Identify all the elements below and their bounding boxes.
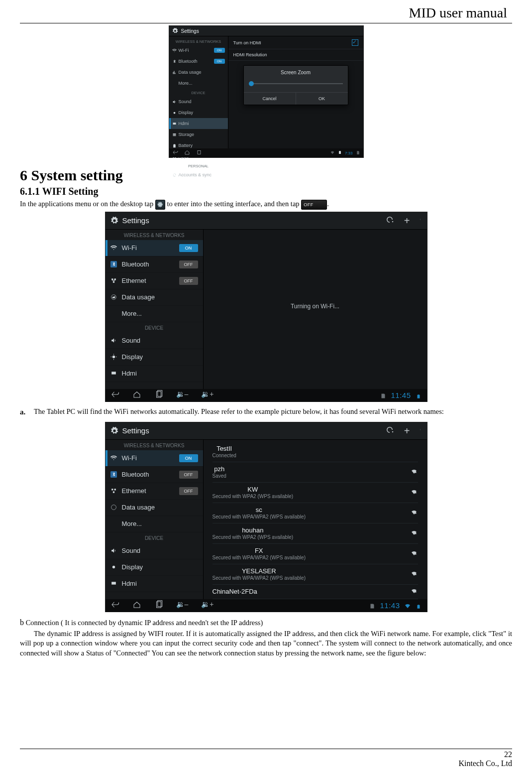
s3-item-display[interactable]: Display bbox=[106, 559, 203, 576]
s2-wifi-toggle[interactable]: ON bbox=[179, 244, 198, 252]
wifi-scan-icon[interactable] bbox=[385, 425, 394, 436]
status-sd-icon bbox=[356, 150, 360, 156]
wifi-network-row[interactable]: YESLASERSecured with WPA/WPA2 (WPS avail… bbox=[213, 564, 418, 585]
s2-bt-toggle[interactable]: OFF bbox=[179, 260, 198, 268]
nav-vol-up-icon[interactable]: 🔉+ bbox=[201, 390, 213, 400]
nav-home-icon[interactable] bbox=[132, 600, 141, 611]
s2-eth-toggle[interactable]: OFF bbox=[179, 277, 198, 285]
status-battery-icon bbox=[338, 150, 342, 156]
checkbox-icon[interactable] bbox=[352, 39, 358, 46]
sync-icon bbox=[172, 173, 177, 177]
s1-item-datausage[interactable]: Data usage bbox=[169, 67, 228, 78]
wifi-network-row[interactable]: TestIIConnected bbox=[213, 442, 418, 462]
s2-item-bluetooth[interactable]: Bluetooth OFF bbox=[106, 257, 203, 273]
wifi-network-row[interactable]: pzhSaved bbox=[213, 462, 418, 483]
wifi-network-row[interactable]: ChinaNet-2FDa bbox=[213, 585, 418, 599]
s1-item-accounts[interactable]: Accounts & sync bbox=[169, 169, 228, 180]
s1-bt-toggle[interactable]: ON bbox=[214, 59, 225, 64]
wifi-network-row[interactable]: KWSecured with WPA2 (WPS available) bbox=[213, 483, 418, 503]
s3-item-hdmi[interactable]: Hdmi bbox=[106, 576, 203, 592]
nav-home-icon[interactable] bbox=[132, 390, 141, 400]
s3-du-label: Data usage bbox=[122, 504, 155, 511]
company-name: Kintech Co., Ltd bbox=[20, 759, 512, 768]
nav-recents-icon[interactable] bbox=[154, 600, 163, 611]
s2-wn-header: WIRELESS & NETWORKS bbox=[106, 230, 203, 240]
overflow-menu-icon[interactable] bbox=[420, 426, 422, 435]
wifi-network-name: FX bbox=[213, 547, 306, 554]
s3-item-sound[interactable]: Sound bbox=[106, 543, 203, 559]
s1-item-hdmi[interactable]: Hdmi bbox=[169, 118, 228, 129]
nav-vol-down-icon[interactable]: 🔉– bbox=[176, 390, 189, 400]
s1-item-sound[interactable]: Sound bbox=[169, 96, 228, 107]
s3-item-bluetooth[interactable]: Bluetooth OFF bbox=[106, 467, 203, 483]
overflow-menu-icon[interactable] bbox=[420, 216, 422, 225]
wifi-signal-lock-icon bbox=[410, 571, 418, 577]
s1-item-bluetooth[interactable]: Bluetooth ON bbox=[169, 56, 228, 67]
wifi-signal-lock-icon bbox=[410, 550, 418, 556]
wifi-scan-icon[interactable] bbox=[385, 215, 394, 226]
s2-item-hdmi[interactable]: Hdmi bbox=[106, 366, 203, 382]
s1-item-wifi[interactable]: Wi-Fi ON bbox=[169, 45, 228, 56]
s2-item-more[interactable]: More... bbox=[106, 306, 203, 322]
wifi-network-row[interactable]: scSecured with WPA/WPA2 (WPS available) bbox=[213, 503, 418, 523]
s1-row-resolution[interactable]: HDMI Resolution bbox=[228, 49, 363, 61]
nav-recents-icon[interactable] bbox=[154, 390, 163, 400]
s1-dialog-slider[interactable] bbox=[249, 80, 343, 87]
s1-dialog-cancel[interactable]: Cancel bbox=[244, 93, 296, 105]
s1-item-storage[interactable]: Storage bbox=[169, 129, 228, 140]
s3-wifi-toggle[interactable]: ON bbox=[179, 454, 198, 462]
s2-item-wifi[interactable]: Wi-Fi ON bbox=[106, 240, 203, 257]
s3-sound-label: Sound bbox=[122, 547, 141, 554]
s3-item-datausage[interactable]: Data usage bbox=[106, 500, 203, 516]
hdmi-icon bbox=[172, 122, 177, 126]
data-icon bbox=[172, 70, 177, 75]
wifi-network-name: pzh bbox=[213, 465, 226, 473]
s2-item-display[interactable]: Display bbox=[106, 349, 203, 366]
s2-item-datausage[interactable]: Data usage bbox=[106, 289, 203, 306]
s1-row-turnon[interactable]: Turn on HDMI bbox=[228, 36, 363, 49]
wifi-network-row[interactable]: houhanSecured with WPA2 (WPS available) bbox=[213, 523, 418, 544]
wifi-network-row[interactable]: FXSecured with WPA/WPA2 (WPS available) bbox=[213, 544, 418, 564]
s3-title: Settings bbox=[122, 426, 149, 435]
s1-dialog-ok[interactable]: OK bbox=[296, 93, 348, 105]
nav-vol-up-icon[interactable]: 🔉+ bbox=[201, 600, 213, 611]
s3-item-ethernet[interactable]: Ethernet OFF bbox=[106, 483, 203, 500]
s3-item-more[interactable]: More... bbox=[106, 516, 203, 532]
s2-turning-on-text: Turning on Wi-Fi... bbox=[204, 303, 427, 310]
svg-point-20 bbox=[111, 505, 116, 510]
status-battery-icon bbox=[415, 603, 422, 608]
s2-display-label: Display bbox=[122, 353, 143, 361]
s1-item-display[interactable]: Display bbox=[169, 107, 228, 118]
screenshot-wifi-turning-on: Settings + WIRELESS & NETWORKS Wi-Fi ON bbox=[105, 212, 427, 402]
nav-back-icon[interactable] bbox=[110, 390, 119, 400]
s2-item-sound[interactable]: Sound bbox=[106, 333, 203, 349]
nav-vol-down-icon[interactable]: 🔉– bbox=[176, 600, 189, 611]
settings-icon bbox=[110, 217, 118, 225]
nav-home-icon[interactable] bbox=[184, 149, 190, 156]
svg-point-16 bbox=[420, 429, 421, 429]
wifi-network-status: Saved bbox=[213, 473, 226, 479]
add-network-icon[interactable]: + bbox=[404, 426, 410, 436]
display-icon bbox=[110, 564, 117, 570]
data-icon bbox=[110, 504, 117, 511]
list-marker-b: b bbox=[20, 618, 24, 627]
nav-back-icon[interactable] bbox=[172, 149, 178, 156]
bluetooth-icon bbox=[172, 59, 177, 64]
s2-wifi-label: Wi-Fi bbox=[122, 244, 137, 252]
s3-eth-toggle[interactable]: OFF bbox=[179, 487, 198, 495]
s1-wn-header: WIRELESS & NETWORKS bbox=[169, 37, 228, 45]
screenshot-hdmi-zoom: Settings WIRELESS & NETWORKS Wi-Fi ON Bl… bbox=[169, 25, 364, 158]
status-battery-icon bbox=[415, 393, 422, 398]
s1-item-more[interactable]: More... bbox=[169, 78, 228, 89]
nav-recents-icon[interactable] bbox=[196, 149, 202, 156]
add-network-icon[interactable]: + bbox=[404, 216, 410, 226]
page-number: 22 bbox=[20, 750, 512, 759]
s1-wifi-toggle[interactable]: ON bbox=[214, 48, 225, 53]
list-marker-a: a. bbox=[20, 407, 34, 417]
s2-item-ethernet[interactable]: Ethernet OFF bbox=[106, 273, 203, 289]
data-icon bbox=[110, 294, 117, 300]
svg-rect-29 bbox=[415, 591, 416, 593]
s3-bt-toggle[interactable]: OFF bbox=[179, 471, 198, 479]
s3-item-wifi[interactable]: Wi-Fi ON bbox=[106, 450, 203, 467]
nav-back-icon[interactable] bbox=[110, 600, 119, 611]
